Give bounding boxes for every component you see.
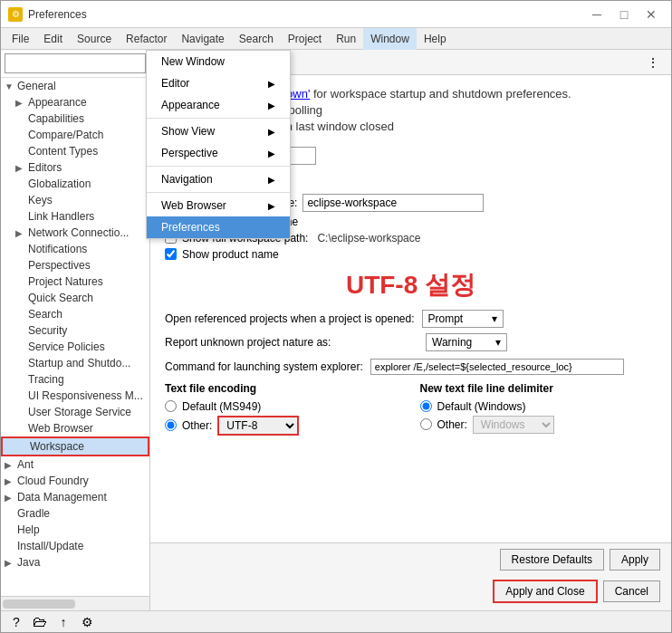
- workspace-name-input[interactable]: [302, 194, 484, 212]
- submenu-arrow: ▶: [268, 79, 275, 89]
- tree-item-capabilities[interactable]: Capabilities: [1, 110, 149, 127]
- restore-defaults-button[interactable]: Restore Defaults: [500, 549, 604, 571]
- tree-item-security[interactable]: Security: [1, 322, 149, 339]
- encoding-default-row: Default (MS949): [165, 400, 402, 413]
- sidebar-search-area: [1, 50, 149, 78]
- help-icon[interactable]: ?: [8, 614, 24, 630]
- encoding-default-radio[interactable]: [165, 400, 177, 412]
- submenu-arrow: ▶: [268, 101, 275, 110]
- submenu-arrow: ▶: [268, 175, 275, 185]
- newline-other-radio[interactable]: [420, 418, 432, 430]
- report-nature-label: Report unknown project nature as:: [165, 336, 418, 349]
- tree-expand-icon: ▶: [15, 98, 26, 108]
- newline-other-label: Other:: [437, 418, 467, 431]
- tree-item-editors[interactable]: ▶ Editors: [1, 159, 149, 176]
- menu-file[interactable]: File: [5, 28, 36, 50]
- menu-web-browser[interactable]: Web Browser ▶: [147, 195, 290, 216]
- tree-item-link-handlers[interactable]: Link Handlers: [1, 208, 149, 225]
- menu-search[interactable]: Search: [232, 28, 281, 50]
- encoding-other-select[interactable]: UTF-8 UTF-16 ISO-8859-1: [217, 416, 299, 436]
- tree-expand-icon: ▶: [15, 228, 26, 238]
- report-nature-dropdown[interactable]: Warning ▾: [426, 333, 507, 351]
- show-product-name-row: Show product name: [165, 248, 657, 261]
- settings-icon[interactable]: ⚙: [79, 614, 95, 630]
- encoding-other-radio[interactable]: [165, 419, 177, 431]
- menu-preferences[interactable]: Preferences: [147, 216, 290, 238]
- menu-run[interactable]: Run: [329, 28, 363, 50]
- tree-item-globalization[interactable]: Globalization: [1, 176, 149, 192]
- menu-project[interactable]: Project: [281, 28, 329, 50]
- tree-item-content-types[interactable]: Content Types: [1, 143, 149, 159]
- scrollbar-thumb[interactable]: [3, 599, 75, 609]
- newline-default-radio[interactable]: [420, 400, 432, 412]
- menu-source[interactable]: Source: [70, 28, 119, 50]
- newline-default-row: Default (Windows): [420, 400, 658, 413]
- tree-item-user-storage[interactable]: User Storage Service: [1, 404, 149, 420]
- more-options-button[interactable]: ⋮: [642, 53, 664, 72]
- menu-editor[interactable]: Editor ▶: [147, 72, 290, 94]
- menu-navigation[interactable]: Navigation ▶: [147, 168, 290, 190]
- tree-item-keys[interactable]: Keys: [1, 192, 149, 208]
- tree-item-service-policies[interactable]: Service Policies: [1, 339, 149, 355]
- tree-expand-icon: ▶: [5, 493, 15, 503]
- menu-new-window[interactable]: New Window: [147, 51, 290, 72]
- sidebar: ▼ General ▶ Appearance Capabilities Comp…: [1, 50, 150, 610]
- tree-item-data-management[interactable]: ▶ Data Management: [1, 489, 149, 505]
- show-full-path-value: C:\eclipse-workspace: [317, 232, 420, 245]
- tree-item-general[interactable]: ▼ General: [1, 78, 149, 94]
- menu-show-view[interactable]: Show View ▶: [147, 120, 290, 142]
- minimize-button[interactable]: ─: [584, 5, 610, 24]
- apply-button[interactable]: Apply: [610, 549, 660, 571]
- tree-item-appearance[interactable]: ▶ Appearance: [1, 94, 149, 110]
- dropdown-arrow: ▾: [495, 336, 501, 349]
- tree-item-notifications[interactable]: Notifications: [1, 241, 149, 257]
- open-projects-dropdown[interactable]: Prompt ▾: [422, 310, 504, 328]
- tree-item-gradle[interactable]: Gradle: [1, 505, 149, 522]
- open-workspace-icon[interactable]: 🗁: [32, 614, 48, 630]
- tree-item-ui-responsiveness[interactable]: UI Responsiveness M...: [1, 388, 149, 404]
- menu-divider: [147, 192, 290, 193]
- titlebar-title: Preferences: [28, 8, 87, 21]
- encoding-col: Text file encoding Default (MS949) Other…: [165, 382, 402, 438]
- command-input[interactable]: [370, 359, 624, 375]
- tree-item-tracing[interactable]: Tracing: [1, 371, 149, 388]
- newline-other-select[interactable]: Windows Unix Mac: [473, 416, 554, 434]
- tree-item-compare-patch[interactable]: Compare/Patch: [1, 127, 149, 143]
- newline-col: New text file line delimiter Default (Wi…: [420, 382, 658, 438]
- tree-item-network-connections[interactable]: ▶ Network Connectio...: [1, 225, 149, 241]
- newline-other-row: Other: Windows Unix Mac: [420, 416, 658, 434]
- menu-window[interactable]: Window: [363, 28, 417, 50]
- menu-refactor[interactable]: Refactor: [119, 28, 174, 50]
- menu-edit[interactable]: Edit: [36, 28, 70, 50]
- menu-appearance[interactable]: Appearance ▶: [147, 94, 290, 116]
- sidebar-search-input[interactable]: [5, 53, 146, 73]
- close-button[interactable]: ✕: [638, 5, 664, 24]
- tree-item-help[interactable]: Help: [1, 522, 149, 538]
- tree-expand-icon: ▶: [5, 460, 15, 470]
- maximize-button[interactable]: □: [611, 5, 637, 24]
- tree-item-quick-search[interactable]: Quick Search: [1, 290, 149, 306]
- tree-item-project-natures[interactable]: Project Natures: [1, 273, 149, 290]
- menu-perspective[interactable]: Perspective ▶: [147, 142, 290, 164]
- tree-item-search[interactable]: Search: [1, 306, 149, 322]
- newline-title: New text file line delimiter: [420, 382, 658, 395]
- tree-item-ant[interactable]: ▶ Ant: [1, 456, 149, 473]
- tree-item-install-update[interactable]: Install/Update: [1, 538, 149, 554]
- tree-item-cloud-foundry[interactable]: ▶ Cloud Foundry: [1, 473, 149, 489]
- submenu-arrow: ▶: [268, 201, 275, 211]
- tree-area: ▼ General ▶ Appearance Capabilities Comp…: [1, 78, 149, 596]
- tree-item-startup-shutdown[interactable]: Startup and Shutdo...: [1, 355, 149, 371]
- export-icon[interactable]: ↑: [55, 614, 72, 630]
- tree-item-java[interactable]: ▶ Java: [1, 554, 149, 571]
- tree-item-workspace[interactable]: Workspace: [1, 436, 149, 456]
- tree-item-web-browser[interactable]: Web Browser: [1, 420, 149, 436]
- cancel-button[interactable]: Cancel: [603, 580, 660, 602]
- menu-navigate[interactable]: Navigate: [174, 28, 231, 50]
- tree-item-perspectives[interactable]: Perspectives: [1, 257, 149, 273]
- show-product-name-checkbox[interactable]: [165, 248, 177, 260]
- apply-close-button[interactable]: Apply and Close: [493, 580, 597, 603]
- menu-help[interactable]: Help: [417, 28, 454, 50]
- apply-close-row: Apply and Close Cancel: [150, 576, 671, 610]
- sidebar-scrollbar[interactable]: [1, 596, 149, 610]
- dropdown-arrow: ▾: [492, 312, 497, 325]
